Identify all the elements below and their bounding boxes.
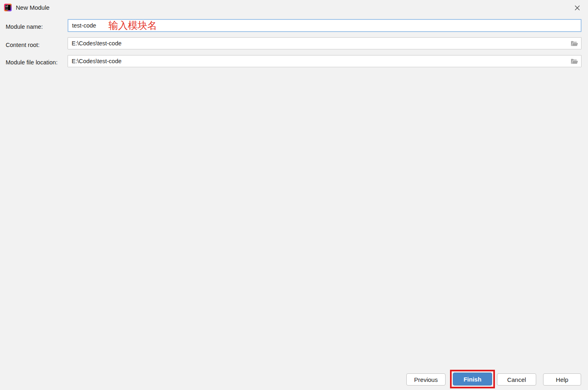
window-titlebar: IJ New Module [0,0,588,15]
folder-icon [571,58,578,64]
finish-button[interactable]: Finish [453,373,492,386]
module-name-input[interactable] [68,19,582,32]
module-file-location-browse-button[interactable] [569,56,580,66]
module-file-location-input[interactable] [68,55,582,67]
finish-highlight-box: Finish [450,370,495,388]
content-root-browse-button[interactable] [569,38,580,48]
cancel-button[interactable]: Cancel [497,373,536,386]
previous-button[interactable]: Previous [406,373,446,386]
content-root-label: Content root: [6,42,40,48]
intellij-logo-icon: IJ [4,4,12,11]
content-root-input[interactable] [68,37,582,49]
intellij-logo-inner: IJ [5,5,11,10]
intellij-logo-bar [6,9,8,10]
close-icon [574,5,580,11]
close-button[interactable] [571,3,583,12]
module-name-label: Module name: [6,23,43,30]
window-title: New Module [16,4,49,11]
intellij-logo-letters: IJ [6,5,8,8]
help-button[interactable]: Help [543,373,581,386]
folder-icon [571,40,578,47]
module-file-location-label: Module file location: [6,59,57,66]
